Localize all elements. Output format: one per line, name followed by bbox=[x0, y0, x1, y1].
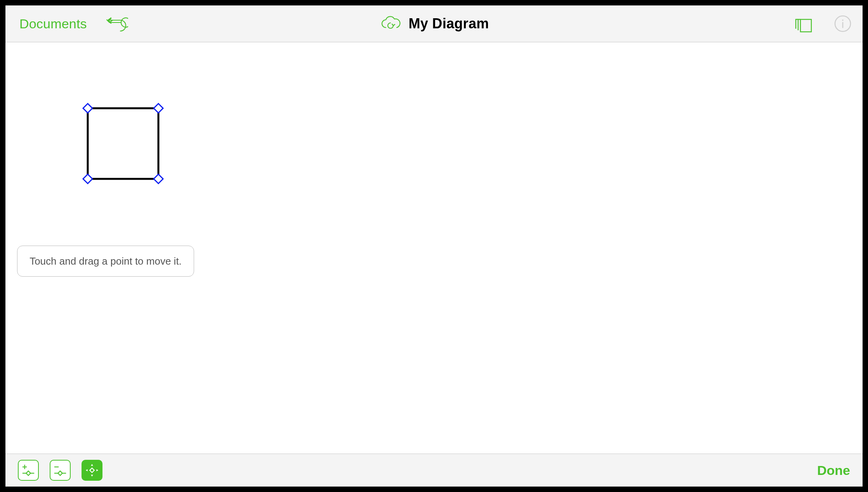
svg-marker-15 bbox=[96, 469, 98, 471]
handle-top-left[interactable] bbox=[83, 104, 92, 113]
shape-rect[interactable] bbox=[88, 108, 158, 179]
svg-marker-13 bbox=[91, 475, 93, 476]
svg-marker-12 bbox=[91, 464, 93, 466]
cloud-sync-button[interactable] bbox=[379, 15, 401, 32]
undo-button[interactable] bbox=[106, 16, 128, 32]
canvas[interactable]: Touch and drag a point to move it. bbox=[5, 42, 863, 454]
move-point-icon bbox=[85, 463, 99, 478]
move-point-tool[interactable] bbox=[82, 460, 102, 481]
bottom-toolbar: Done bbox=[5, 454, 863, 487]
add-point-icon bbox=[21, 463, 36, 478]
documents-button[interactable]: Documents bbox=[19, 16, 87, 31]
selected-shape[interactable] bbox=[88, 108, 158, 179]
svg-marker-9 bbox=[58, 471, 62, 475]
hint-bubble: Touch and drag a point to move it. bbox=[17, 246, 194, 277]
svg-point-2 bbox=[842, 19, 844, 21]
document-title: My Diagram bbox=[408, 16, 489, 32]
cloud-sync-icon bbox=[379, 15, 401, 32]
svg-marker-14 bbox=[86, 469, 88, 471]
add-point-tool[interactable] bbox=[18, 460, 39, 481]
svg-rect-0 bbox=[800, 19, 811, 32]
hint-text: Touch and drag a point to move it. bbox=[30, 255, 182, 267]
top-toolbar: Documents bbox=[5, 5, 863, 42]
info-icon bbox=[834, 15, 852, 33]
handle-top-right[interactable] bbox=[154, 104, 163, 113]
pages-button[interactable] bbox=[794, 14, 814, 33]
remove-point-tool[interactable] bbox=[50, 460, 71, 481]
info-button[interactable] bbox=[834, 15, 852, 33]
svg-marker-11 bbox=[90, 468, 94, 472]
undo-icon bbox=[106, 16, 128, 32]
handle-bottom-left[interactable] bbox=[83, 174, 92, 184]
done-button[interactable]: Done bbox=[817, 463, 850, 478]
pages-icon bbox=[794, 14, 814, 33]
handle-bottom-right[interactable] bbox=[154, 174, 163, 184]
svg-marker-5 bbox=[26, 471, 30, 475]
remove-point-icon bbox=[53, 463, 68, 478]
